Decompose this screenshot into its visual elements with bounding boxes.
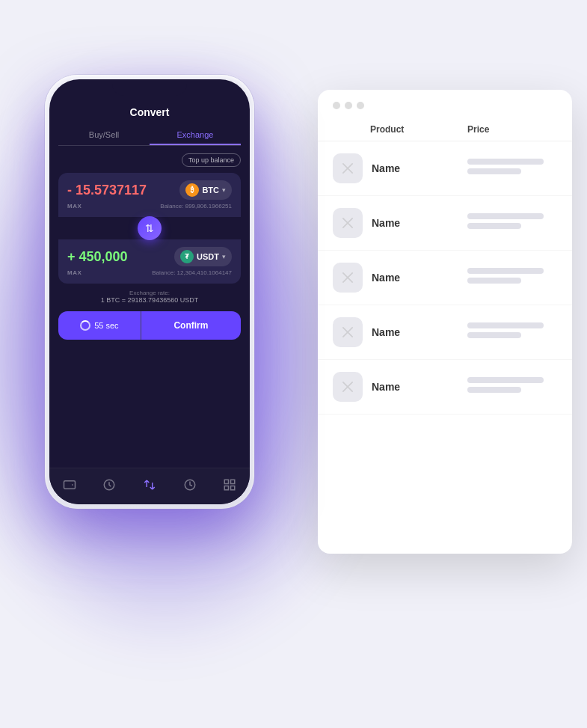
usdt-icon: ₮	[180, 250, 194, 263]
to-balance-label: Balance:	[152, 269, 175, 276]
from-amount-row: - 15.5737117 ₿ BTC ▾	[67, 180, 232, 200]
from-currency-chevron: ▾	[222, 186, 226, 194]
nav-exchange-icon[interactable]	[138, 474, 162, 495]
swap-button[interactable]: ⇅	[138, 216, 162, 240]
swap-divider: ⇅	[58, 216, 241, 240]
phone-notch	[112, 79, 187, 96]
price-lines-1	[467, 159, 557, 178]
phone-screen: Convert Buy/Sell Exchange Top up balance…	[49, 79, 250, 504]
product-name-1: Name	[372, 162, 400, 174]
from-balance: Balance: 899,806.1966251	[160, 203, 232, 209]
product-icon-4	[333, 317, 363, 347]
price-lines-3	[467, 268, 557, 287]
confirm-button[interactable]: Confirm	[141, 311, 241, 340]
exchange-rate: Exchange rate: 1 BTC = 29183.79436560 US…	[58, 290, 241, 304]
product-icon-2	[333, 208, 363, 238]
to-balance: Balance: 12,304,410.1064147	[152, 269, 232, 276]
price-line-main	[467, 268, 544, 274]
table-row: Name	[318, 360, 572, 415]
from-amount: - 15.5737117	[67, 183, 147, 198]
top-up-row: Top up balance	[58, 153, 241, 167]
from-balance-value: 899,806.1966251	[185, 203, 232, 209]
to-amount: + 450,000	[67, 249, 128, 265]
top-up-button[interactable]: Top up balance	[182, 153, 241, 167]
product-icon-1	[333, 153, 363, 183]
price-lines-5	[467, 377, 557, 397]
product-icon-5	[333, 372, 363, 402]
btc-icon: ₿	[185, 183, 199, 197]
table-row: Name	[318, 141, 572, 196]
tab-buy-sell[interactable]: Buy/Sell	[58, 126, 150, 145]
to-balance-value: 12,304,410.1064147	[177, 269, 232, 276]
timer-section: 55 sec	[58, 311, 141, 340]
from-balance-label: Balance:	[160, 203, 183, 209]
from-max-label: MAX	[67, 203, 82, 209]
to-currency-label: USDT	[197, 252, 219, 261]
nav-wallet-icon[interactable]	[58, 474, 82, 495]
phone-content: Convert Buy/Sell Exchange Top up balance…	[49, 79, 250, 468]
svg-rect-14	[231, 480, 235, 483]
product-icon-3	[333, 263, 363, 293]
phone-outer: Convert Buy/Sell Exchange Top up balance…	[45, 75, 254, 509]
column-product: Product	[333, 124, 467, 135]
to-currency-chevron: ▾	[222, 253, 226, 260]
tabs-row: Buy/Sell Exchange	[58, 126, 241, 146]
nav-history-icon[interactable]	[97, 474, 121, 495]
table-row: Name	[318, 251, 572, 305]
screen-title: Convert	[58, 106, 241, 118]
table-header: Product Price	[318, 118, 572, 141]
price-line-main	[467, 159, 544, 165]
to-amount-row: + 450,000 ₮ USDT ▾	[67, 247, 232, 266]
price-line-sub	[467, 223, 521, 229]
window-dot-2	[345, 102, 352, 109]
price-lines-4	[467, 322, 557, 342]
product-name-5: Name	[372, 381, 400, 393]
svg-rect-13	[224, 480, 228, 483]
desktop-card: Product Price Name Name	[318, 90, 572, 554]
window-dot-3	[357, 102, 364, 109]
product-name-4: Name	[372, 326, 400, 338]
exchange-rate-value: 1 BTC = 29183.79436560 USDT	[58, 296, 241, 304]
price-lines-2	[467, 213, 557, 233]
product-name-2: Name	[372, 217, 400, 229]
column-price: Price	[467, 124, 557, 135]
svg-rect-16	[231, 486, 235, 490]
swap-icon: ⇅	[145, 222, 154, 234]
table-row: Name	[318, 305, 572, 360]
bottom-nav	[49, 468, 250, 504]
tab-exchange[interactable]: Exchange	[150, 126, 241, 145]
timer-icon	[80, 320, 90, 331]
product-name-3: Name	[372, 272, 400, 284]
from-currency-card: - 15.5737117 ₿ BTC ▾ MAX Balance: 899,80…	[58, 173, 241, 217]
confirm-row: 55 sec Confirm	[58, 311, 241, 340]
to-currency-card: + 450,000 ₮ USDT ▾ MAX Balance: 12,304,4…	[58, 239, 241, 284]
exchange-rate-label: Exchange rate:	[58, 290, 241, 296]
svg-rect-10	[64, 481, 75, 489]
price-line-sub	[467, 332, 521, 338]
nav-grid-icon[interactable]	[218, 474, 242, 495]
to-currency-selector[interactable]: ₮ USDT ▾	[174, 247, 232, 266]
price-line-main	[467, 377, 544, 383]
phone-wrapper: Convert Buy/Sell Exchange Top up balance…	[45, 75, 254, 509]
to-max-label: MAX	[67, 269, 82, 276]
price-line-main	[467, 322, 544, 328]
confirm-label: Confirm	[173, 320, 208, 331]
window-controls	[318, 90, 572, 109]
price-line-sub	[467, 387, 521, 393]
window-dot-1	[333, 102, 340, 109]
price-line-sub	[467, 278, 521, 284]
from-balance-row: MAX Balance: 899,806.1966251	[67, 203, 232, 209]
to-balance-row: MAX Balance: 12,304,410.1064147	[67, 269, 232, 276]
svg-rect-15	[224, 486, 228, 490]
table-row: Name	[318, 196, 572, 251]
price-line-main	[467, 213, 544, 219]
nav-clock-icon[interactable]	[178, 474, 202, 495]
from-currency-selector[interactable]: ₿ BTC ▾	[179, 180, 232, 200]
price-line-sub	[467, 168, 521, 174]
desktop-table: Product Price Name Name	[318, 118, 572, 415]
timer-text: 55 sec	[94, 321, 118, 330]
from-currency-label: BTC	[202, 186, 219, 195]
